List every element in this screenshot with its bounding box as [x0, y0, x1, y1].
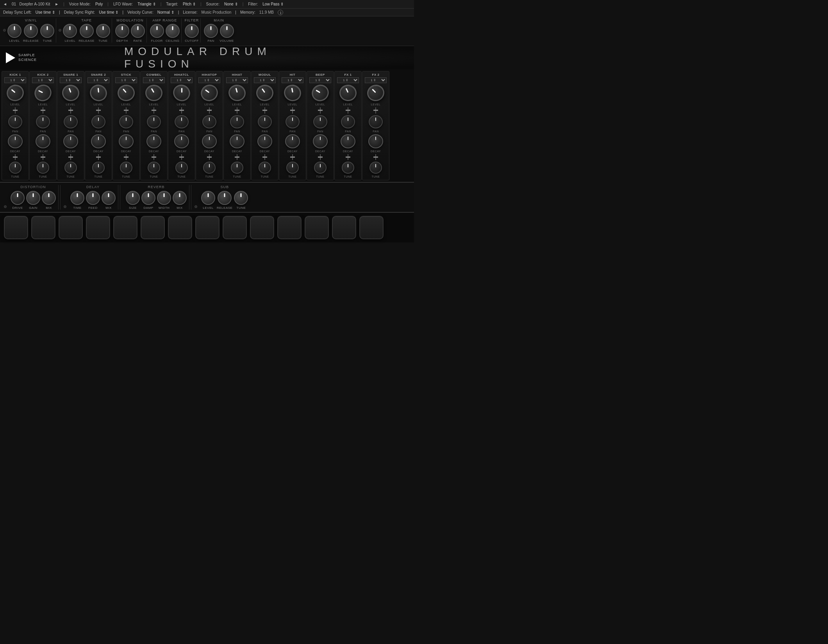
channel-10-select[interactable]: 1 ⇕	[282, 77, 303, 83]
channel-9-decay-slider[interactable]	[264, 154, 265, 160]
channel-2-level-knob[interactable]	[61, 84, 81, 103]
channel-10-tune-knob[interactable]	[286, 162, 299, 174]
vinyl-tune-knob[interactable]	[40, 24, 54, 38]
channel-5-pan-knob[interactable]	[147, 115, 161, 128]
channel-8-level-knob[interactable]	[227, 83, 247, 103]
channel-3-decay-slider[interactable]	[98, 154, 99, 160]
target-value[interactable]: Pitch ⇕	[183, 2, 196, 6]
channel-8-tune-knob[interactable]	[231, 162, 243, 174]
channel-5-tune-knob[interactable]	[148, 162, 160, 174]
channel-7-level-slider[interactable]	[209, 107, 210, 113]
channel-1-tune-knob[interactable]	[37, 162, 49, 174]
channel-4-select[interactable]: 1 ⇕	[115, 77, 137, 83]
prev-preset-btn[interactable]: ◄	[3, 2, 7, 6]
pad-4[interactable]	[86, 216, 110, 239]
channel-3-select[interactable]: 1 ⇕	[87, 77, 109, 83]
vinyl-level-knob[interactable]	[7, 24, 21, 38]
delay-sync-left-value[interactable]: Use time ⇕	[36, 10, 55, 14]
channel-2-level-slider[interactable]	[70, 107, 71, 113]
channel-1-pan-knob[interactable]	[36, 115, 50, 128]
channel-4-pan-knob[interactable]	[119, 115, 133, 128]
sub-level-knob[interactable]	[201, 191, 215, 205]
channel-9-level-slider[interactable]	[264, 107, 265, 113]
mod-rate-knob[interactable]	[131, 24, 145, 38]
gain-knob[interactable]	[26, 191, 40, 205]
channel-3-decay-knob[interactable]	[91, 134, 106, 148]
channel-6-decay-slider[interactable]	[181, 154, 182, 160]
channel-0-pan-knob[interactable]	[8, 115, 22, 128]
channel-7-pan-knob[interactable]	[202, 115, 216, 128]
channel-13-decay-slider[interactable]	[375, 154, 376, 160]
channel-10-decay-knob[interactable]	[285, 134, 300, 148]
channel-10-pan-knob[interactable]	[286, 115, 300, 128]
channel-1-decay-knob[interactable]	[36, 134, 50, 148]
pad-14[interactable]	[359, 216, 384, 239]
velocity-curve-value[interactable]: Normal ⇕	[157, 10, 174, 14]
channel-5-decay-knob[interactable]	[146, 134, 161, 148]
channel-7-select[interactable]: 1 ⇕	[198, 77, 220, 83]
channel-6-level-knob[interactable]	[170, 82, 193, 104]
channel-9-level-knob[interactable]	[255, 84, 274, 102]
channel-6-level-slider[interactable]	[181, 107, 182, 113]
channel-11-tune-knob[interactable]	[314, 162, 327, 174]
channel-4-level-knob[interactable]	[116, 84, 136, 103]
channel-3-pan-knob[interactable]	[91, 115, 105, 128]
channel-8-decay-knob[interactable]	[230, 134, 244, 148]
channel-4-decay-slider[interactable]	[126, 154, 127, 160]
channel-5-level-slider[interactable]	[153, 107, 154, 113]
channel-7-tune-knob[interactable]	[203, 162, 216, 174]
reverb-mix-knob[interactable]	[173, 191, 187, 205]
delay-sync-right-value[interactable]: Use time ⇕	[99, 10, 118, 14]
channel-12-level-slider[interactable]	[348, 107, 348, 113]
channel-1-decay-slider[interactable]	[43, 154, 43, 160]
channel-2-select[interactable]: 1 ⇕	[60, 77, 82, 83]
channel-8-pan-knob[interactable]	[230, 115, 244, 128]
lfo-wave-value[interactable]: Triangle ⇕	[137, 2, 156, 6]
channel-13-pan-knob[interactable]	[369, 115, 383, 128]
channel-8-select[interactable]: 1 ⇕	[226, 77, 248, 83]
channel-9-pan-knob[interactable]	[258, 115, 272, 128]
channel-12-tune-knob[interactable]	[342, 162, 354, 174]
channel-12-decay-slider[interactable]	[348, 154, 348, 160]
pad-13[interactable]	[332, 216, 356, 239]
channel-11-select[interactable]: 1 ⇕	[309, 77, 331, 83]
channel-11-pan-knob[interactable]	[313, 115, 327, 128]
channel-10-decay-slider[interactable]	[292, 154, 293, 160]
amp-ceiling-knob[interactable]	[166, 24, 180, 38]
channel-7-decay-slider[interactable]	[209, 154, 210, 160]
tape-level-knob[interactable]	[63, 24, 77, 38]
voice-mode-value[interactable]: Poly	[95, 2, 103, 6]
channel-3-level-slider[interactable]	[98, 107, 99, 113]
sub-tune-knob[interactable]	[234, 191, 248, 205]
pad-6[interactable]	[141, 216, 165, 239]
channel-13-level-knob[interactable]	[365, 83, 386, 103]
pad-1[interactable]	[4, 216, 28, 239]
dist-mix-knob[interactable]	[42, 191, 56, 205]
channel-4-decay-knob[interactable]	[119, 134, 134, 148]
channel-11-decay-knob[interactable]	[313, 134, 328, 148]
sub-release-knob[interactable]	[218, 191, 232, 205]
channel-0-decay-knob[interactable]	[8, 134, 23, 148]
channel-13-select[interactable]: 1 ⇕	[365, 77, 387, 83]
pad-10[interactable]	[250, 216, 274, 239]
main-pan-knob[interactable]	[204, 24, 218, 38]
channel-0-select[interactable]: 1 ⇕	[4, 77, 26, 83]
channel-0-tune-knob[interactable]	[9, 162, 21, 174]
channel-6-decay-knob[interactable]	[174, 134, 189, 148]
channel-13-level-slider[interactable]	[375, 107, 376, 113]
channel-7-level-knob[interactable]	[198, 82, 221, 104]
pad-7[interactable]	[168, 216, 192, 239]
pad-8[interactable]	[195, 216, 219, 239]
channel-12-level-knob[interactable]	[339, 84, 357, 102]
channel-2-tune-knob[interactable]	[64, 162, 77, 174]
channel-5-select[interactable]: 1 ⇕	[143, 77, 165, 83]
channel-8-decay-slider[interactable]	[237, 154, 237, 160]
amp-floor-knob[interactable]	[150, 24, 164, 38]
channel-2-decay-slider[interactable]	[70, 154, 71, 160]
tape-tune-knob[interactable]	[96, 24, 110, 38]
channel-7-decay-knob[interactable]	[202, 134, 217, 148]
channel-10-level-knob[interactable]	[282, 82, 303, 104]
size-knob[interactable]	[126, 191, 140, 205]
main-volume-knob[interactable]	[220, 24, 234, 38]
channel-4-tune-knob[interactable]	[120, 162, 132, 174]
